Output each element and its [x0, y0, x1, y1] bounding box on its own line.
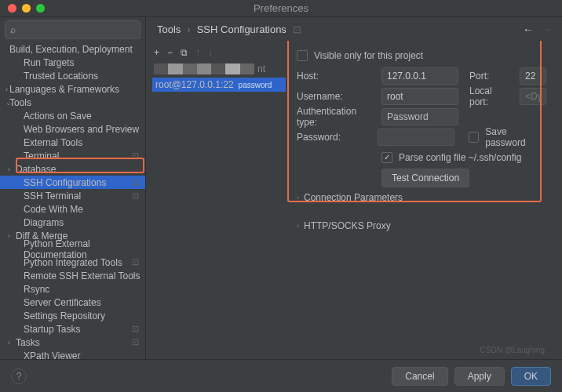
maximize-icon[interactable]: [36, 4, 45, 13]
tree-item[interactable]: Settings Repository: [0, 309, 145, 322]
gear-icon: ⊡: [132, 337, 139, 347]
expand-icon: ›: [8, 165, 10, 173]
tree-item[interactable]: ›Database: [0, 162, 145, 176]
gear-icon: ⊡: [132, 177, 139, 187]
tree-item[interactable]: Python External Documentation: [0, 242, 145, 256]
tree-item-label: SSH Configurations: [24, 177, 106, 188]
remove-icon[interactable]: −: [167, 47, 173, 58]
sidebar: ⌕ Build, Execution, DeploymentRun Target…: [0, 17, 146, 359]
tree-item-label: Diagrams: [24, 217, 64, 228]
tree-item-label: Database: [16, 164, 56, 175]
tree-item[interactable]: ›Languages & Frameworks: [0, 82, 145, 96]
tree-item[interactable]: Server Certificates: [0, 296, 145, 309]
titlebar: Preferences: [0, 0, 562, 17]
tree-item[interactable]: SSH Configurations⊡: [0, 176, 145, 189]
tree-item[interactable]: Rsync: [0, 282, 145, 296]
gear-icon: ⊡: [132, 257, 139, 267]
parse-config-checkbox[interactable]: ✓: [381, 152, 392, 163]
gear-icon: ⊡: [132, 191, 139, 201]
tree-item[interactable]: Diagrams: [0, 216, 145, 229]
tree-item-label: Remote SSH External Tools: [24, 270, 140, 281]
config-item[interactable]: root@127.0.0.1:22 password: [152, 78, 286, 92]
gear-icon: ⊡: [132, 324, 139, 334]
forward-icon: →: [541, 24, 551, 35]
tree-item-label: Trusted Locations: [24, 71, 98, 82]
down-icon[interactable]: ↓: [208, 47, 213, 58]
tree-item-label: Settings Repository: [24, 310, 105, 321]
redacted-row: nt: [154, 64, 265, 74]
test-connection-button[interactable]: Test Connection: [381, 169, 469, 187]
host-label: Host:: [297, 71, 375, 82]
tree-item[interactable]: Terminal⊡: [0, 149, 145, 162]
apply-button[interactable]: Apply: [454, 367, 505, 386]
expand-icon: ›: [8, 339, 10, 347]
add-icon[interactable]: +: [154, 47, 159, 58]
tree-item-label: Tools: [9, 97, 31, 108]
save-password-checkbox[interactable]: [469, 132, 479, 143]
tree-item[interactable]: Remote SSH External Tools⊡: [0, 269, 145, 282]
tree-item-label: Server Certificates: [24, 297, 101, 308]
tree-item[interactable]: ⌄Tools: [0, 96, 145, 109]
tree-item-label: Tasks: [16, 337, 40, 348]
config-form: Visible only for this project Host: Port…: [292, 41, 562, 359]
watermark: CSDN @Laughing: [480, 346, 545, 354]
ok-button[interactable]: OK: [511, 367, 551, 386]
chevron-right-icon: ›: [297, 222, 299, 230]
chevron-right-icon: ›: [297, 194, 299, 201]
localport-input[interactable]: [520, 88, 546, 105]
host-input[interactable]: [381, 67, 458, 85]
tree-item[interactable]: SSH Terminal⊡: [0, 189, 145, 202]
tree-item[interactable]: Trusted Locations: [0, 69, 145, 82]
breadcrumb-tools[interactable]: Tools: [157, 24, 181, 35]
breadcrumb-ssh: SSH Configurations: [197, 24, 286, 35]
expand-icon: ⌄: [5, 99, 12, 107]
copy-icon[interactable]: ⧉: [181, 47, 188, 58]
config-list: + − ⧉ ↑ ↓ nt root@127.0.0.1:22 password: [146, 41, 292, 359]
tree-item-label: Code With Me: [24, 204, 83, 215]
tree-item[interactable]: Actions on Save: [0, 109, 145, 122]
preference-tree: Build, Execution, DeploymentRun TargetsT…: [0, 42, 145, 359]
main-panel: Tools › SSH Configurations ⊡ ← → + − ⧉ ↑…: [146, 17, 562, 359]
tree-item[interactable]: ›Tasks⊡: [0, 336, 145, 349]
password-input[interactable]: [378, 129, 454, 146]
username-label: Username:: [297, 91, 375, 102]
connection-parameters-expander[interactable]: › Connection Parameters: [297, 188, 546, 207]
tree-item-label: Python Integrated Tools: [24, 257, 122, 268]
close-icon[interactable]: [8, 4, 16, 13]
tree-item[interactable]: Build, Execution, Deployment: [0, 42, 145, 56]
search-input[interactable]: ⌕: [5, 20, 140, 39]
tree-item[interactable]: Code With Me: [0, 202, 145, 216]
visible-only-checkbox[interactable]: [297, 50, 308, 61]
tree-item[interactable]: XPath Viewer: [0, 349, 145, 359]
tree-item-label: XPath Viewer: [24, 350, 81, 360]
tree-item-label: Actions on Save: [24, 111, 92, 122]
tree-item-label: SSH Terminal: [24, 191, 81, 201]
list-toolbar: + − ⧉ ↑ ↓: [152, 45, 286, 60]
expand-icon: ›: [8, 232, 10, 240]
save-password-label: Save password: [485, 126, 546, 148]
tree-item[interactable]: External Tools: [0, 136, 145, 149]
tree-item[interactable]: Python Integrated Tools⊡: [0, 256, 145, 269]
auth-label: Authentication type:: [297, 106, 375, 128]
window-title: Preferences: [254, 2, 308, 14]
cancel-button[interactable]: Cancel: [392, 367, 447, 386]
tree-item-label: Startup Tasks: [24, 324, 80, 335]
minimize-icon[interactable]: [22, 4, 31, 13]
password-label: Password:: [297, 132, 371, 143]
up-icon[interactable]: ↑: [195, 47, 200, 58]
proxy-expander[interactable]: › HTTP/SOCKS Proxy: [297, 216, 546, 235]
help-button[interactable]: ?: [11, 368, 27, 384]
tree-item[interactable]: Run Targets: [0, 56, 145, 69]
tree-item[interactable]: Web Browsers and Preview: [0, 122, 145, 136]
visible-only-label: Visible only for this project: [314, 50, 423, 61]
back-icon[interactable]: ←: [523, 24, 533, 35]
traffic-lights: [8, 4, 45, 13]
port-input[interactable]: [520, 67, 546, 85]
username-input[interactable]: [381, 88, 458, 105]
gear-icon: ⊡: [132, 270, 139, 281]
gear-icon: ⊡: [293, 24, 301, 35]
search-icon: ⌕: [10, 24, 16, 35]
parse-config-label: Parse config file ~/.ssh/config: [399, 152, 521, 163]
tree-item[interactable]: Startup Tasks⊡: [0, 322, 145, 336]
auth-select[interactable]: Password: [381, 108, 458, 125]
